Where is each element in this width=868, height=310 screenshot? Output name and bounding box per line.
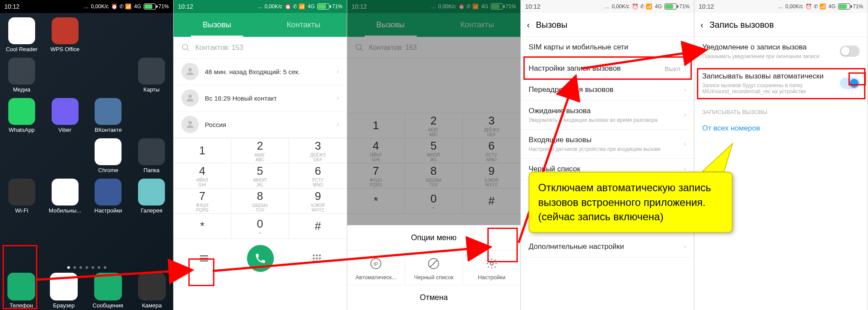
status-signal: 4G bbox=[134, 3, 141, 10]
back-icon[interactable]: ‹ bbox=[700, 20, 704, 30]
screen-calls-settings: 10:12 ... 0,00K/c ⏰ ✆ 📶 4G 71% ‹ Вызовы … bbox=[521, 0, 694, 310]
dialpad-key[interactable]: # bbox=[289, 214, 347, 239]
sheet-opt-ip[interactable]: IP Автоматическ... bbox=[347, 251, 405, 285]
call-button[interactable] bbox=[247, 245, 274, 272]
app-label: Настройки bbox=[95, 207, 122, 214]
app[interactable]: Мобильны... bbox=[43, 179, 87, 214]
dialpad-key[interactable]: * bbox=[174, 214, 231, 239]
dialpad-key[interactable]: 9ЬЭЮЯWXYZ bbox=[289, 189, 347, 214]
toggle-notification[interactable] bbox=[840, 46, 860, 57]
back-icon[interactable]: ‹ bbox=[527, 20, 530, 30]
dialpad-key[interactable]: 0+ bbox=[231, 214, 289, 239]
app[interactable]: ВКонтакте bbox=[87, 98, 130, 133]
app-icon bbox=[138, 179, 165, 206]
page-title: Запись вызовов bbox=[710, 20, 774, 30]
app-label: Wi-Fi bbox=[15, 207, 28, 214]
setting-item[interactable]: Ожидание вызоваУведомлять о входящих выз… bbox=[521, 101, 694, 130]
app[interactable]: Папка bbox=[130, 138, 173, 173]
dialpad-toggle[interactable] bbox=[299, 252, 334, 264]
app[interactable]: Viber bbox=[43, 98, 87, 133]
app[interactable]: Галерея bbox=[130, 179, 173, 214]
app[interactable]: WhatsApp bbox=[0, 98, 43, 133]
dock-app[interactable]: Сообщения bbox=[92, 273, 123, 309]
sheet-cancel[interactable]: Отмена bbox=[347, 285, 520, 310]
highlight-toggle bbox=[848, 72, 866, 85]
dock-app[interactable]: Камера bbox=[138, 273, 166, 309]
chevron-right-icon: › bbox=[337, 94, 339, 102]
app-label: Браузер bbox=[53, 302, 75, 309]
tab-contacts[interactable]: Контакты bbox=[260, 13, 347, 37]
link-from-all[interactable]: От всех номеров bbox=[694, 119, 868, 138]
call-log-row[interactable]: Вс 16:29 Новый контакт› bbox=[174, 85, 347, 111]
dialpad-key[interactable]: 4ИЙКЛGHI bbox=[174, 163, 231, 189]
highlight-settings-option bbox=[487, 228, 518, 262]
app-icon bbox=[52, 17, 79, 44]
app[interactable]: Карты bbox=[130, 58, 173, 93]
app-icon bbox=[50, 273, 78, 300]
chevron-right-icon: › bbox=[337, 121, 339, 128]
svg-point-14 bbox=[312, 261, 315, 263]
dialpad-key[interactable]: 2АБВГABC bbox=[231, 138, 289, 163]
sheet-opt-blacklist[interactable]: Черный список bbox=[405, 251, 463, 285]
app-label: WhatsApp bbox=[9, 127, 35, 133]
chevron-right-icon: › bbox=[684, 43, 686, 51]
battery-icon bbox=[838, 3, 850, 10]
svg-line-1 bbox=[187, 49, 189, 51]
chevron-right-icon: › bbox=[684, 111, 686, 119]
screen-dialer-sheet: 10:12 ... 0,00K/c ⏰ ✆ 📶 4G 71% Вызовы Ко… bbox=[347, 0, 521, 310]
app[interactable]: Настройки bbox=[87, 179, 130, 214]
app[interactable]: Cool Reader bbox=[0, 17, 43, 52]
svg-point-10 bbox=[319, 255, 321, 257]
app-icon bbox=[52, 179, 79, 206]
avatar bbox=[181, 89, 199, 107]
search-input[interactable]: Контактов: 153 bbox=[174, 37, 347, 59]
app-label: Карты bbox=[144, 86, 160, 93]
keypad-icon bbox=[311, 252, 323, 264]
block-icon bbox=[427, 257, 441, 271]
dialpad-key[interactable]: 8ШЩЪЫTUV bbox=[231, 189, 289, 214]
dialpad-key[interactable]: 7ФХЦЧPQRS bbox=[174, 189, 231, 214]
app[interactable]: Chrome bbox=[87, 138, 130, 173]
app bbox=[0, 138, 43, 173]
setting-notification[interactable]: Уведомление о записи вызова Показывать у… bbox=[694, 37, 868, 66]
statusbar: 10:12 ... 0,00K/c ⏰ ✆ 📶 4G 71% bbox=[694, 0, 868, 13]
dialpad-key[interactable]: 1 bbox=[174, 138, 231, 163]
app-icon bbox=[95, 98, 122, 125]
screen-home: 10:12 ... 0,00K/c ⏰ ✆ 📶 4G 71% Cool Read… bbox=[0, 0, 174, 310]
statusbar: 10:12 ... 0,00K/c ⏰ ✆ 📶 4G 71% bbox=[174, 0, 347, 13]
app-icon bbox=[8, 17, 35, 44]
call-log-row[interactable]: Россия› bbox=[174, 111, 347, 138]
dock-app[interactable]: Браузер bbox=[50, 273, 78, 309]
svg-point-0 bbox=[183, 44, 188, 49]
call-log-row[interactable]: 48 мин. назад Входящий: 5 сек.› bbox=[174, 59, 347, 85]
highlight-phone-app bbox=[3, 245, 37, 309]
status-speed: 0,00K/c bbox=[91, 3, 109, 10]
svg-point-11 bbox=[312, 258, 315, 260]
app-icon bbox=[138, 58, 165, 85]
svg-point-2 bbox=[188, 68, 192, 72]
svg-point-15 bbox=[316, 261, 318, 263]
page-title: Вызовы bbox=[536, 20, 568, 30]
app[interactable]: Wi-Fi bbox=[0, 179, 43, 214]
setting-item[interactable]: Переадресация вызовов› bbox=[521, 79, 694, 101]
app[interactable]: Медиа bbox=[0, 58, 43, 93]
search-placeholder: Контактов: 153 bbox=[195, 44, 243, 52]
setting-item[interactable]: SIM карты и мобильные сети› bbox=[521, 37, 694, 58]
svg-marker-28 bbox=[702, 144, 733, 172]
dialpad-key[interactable]: 3ДЕЁЖЗDEF bbox=[289, 138, 347, 163]
app-icon bbox=[94, 273, 122, 300]
tab-calls[interactable]: Вызовы bbox=[174, 13, 260, 37]
status-right: ... 0,00K/c ⏰ ✆ 📶 4G 71% bbox=[20, 3, 169, 10]
dialpad-key[interactable]: 5МНОПJKL bbox=[231, 163, 289, 189]
dialer-tabs: Вызовы Контакты bbox=[174, 13, 347, 37]
avatar bbox=[181, 116, 199, 133]
app[interactable]: WPS Office bbox=[43, 17, 87, 52]
svg-point-9 bbox=[316, 255, 318, 257]
svg-point-4 bbox=[188, 121, 192, 124]
dialpad-key[interactable]: 6РСТУMNO bbox=[289, 163, 347, 189]
setting-item[interactable]: Дополнительные настройки› bbox=[521, 236, 694, 258]
chevron-right-icon: › bbox=[337, 68, 339, 75]
battery-icon bbox=[317, 3, 329, 10]
battery-icon bbox=[144, 3, 156, 10]
setting-item[interactable]: Входящие вызовыНастройки датчиков устрой… bbox=[521, 130, 694, 159]
